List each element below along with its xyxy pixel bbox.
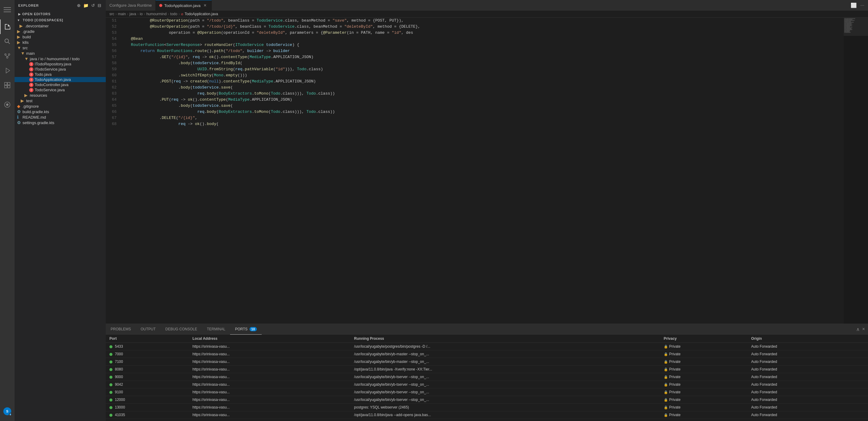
- svg-rect-11: [5, 82, 7, 85]
- git-lens-button[interactable]: [0, 97, 14, 112]
- collapse-all-icon[interactable]: ⊟: [97, 2, 102, 8]
- port-status-dot: [110, 376, 113, 379]
- sidebar-item-settings-gradle[interactable]: ⚙ settings.gradle.kts: [14, 120, 106, 125]
- source-control-button[interactable]: [0, 49, 14, 63]
- sidebar-item-gradle[interactable]: ▶ .gradle: [14, 29, 106, 34]
- breadcrumb-src[interactable]: src: [110, 12, 114, 16]
- code-line-55: RouterFunction<ServerResponse> routeHand…: [122, 42, 838, 48]
- sidebar-item-main[interactable]: ▼ main: [14, 51, 106, 56]
- tab-todo-application[interactable]: TodoApplication.java ×: [156, 0, 212, 11]
- lock-icon: 🔒: [664, 360, 668, 364]
- sidebar-item-TodoApplication[interactable]: ! TodoApplication.java: [14, 77, 106, 82]
- privacy: 🔒Private: [660, 366, 748, 373]
- svg-rect-0: [4, 7, 11, 8]
- sidebar-item-src[interactable]: ▼ src: [14, 45, 106, 51]
- panel-tab-output[interactable]: OUTPUT: [136, 324, 160, 335]
- sidebar-header-icons: ⊕ 📁 ↺ ⊟: [76, 2, 102, 8]
- table-row[interactable]: 9100 https://srinivasa-vasu... /usr/loca…: [106, 389, 868, 396]
- sidebar-item-TodoService[interactable]: ! TodoService.java: [14, 87, 106, 92]
- breadcrumb-current-file[interactable]: TodoApplication.java: [184, 12, 218, 16]
- breadcrumb-java[interactable]: java: [129, 12, 136, 16]
- col-header-running-process: Running Process: [350, 335, 660, 343]
- file-tree: ▶ OPEN EDITORS ▼ TODO [CODESPACES] ▶ .de…: [14, 11, 106, 421]
- panel-tab-terminal[interactable]: TERMINAL: [202, 324, 230, 335]
- avatar-button[interactable]: S 1: [0, 404, 14, 419]
- table-row[interactable]: 41035 https://srinivasa-vasu... /opt/jav…: [106, 411, 868, 419]
- panel-tab-ports[interactable]: PORTS 10: [230, 324, 261, 335]
- split-editor-icon[interactable]: ⬜: [849, 2, 858, 9]
- sidebar-item-build[interactable]: ▶ build: [14, 34, 106, 39]
- error-badge: !: [29, 78, 33, 82]
- tab-label: PROBLEMS: [111, 327, 131, 331]
- new-folder-icon[interactable]: 📁: [83, 2, 89, 8]
- sidebar: EXPLORER ⊕ 📁 ↺ ⊟ ▶ OPEN EDITORS ▼ TODO […: [14, 0, 106, 421]
- tab-close-button[interactable]: ×: [203, 3, 208, 8]
- breadcrumb-humourmind[interactable]: humourmind: [146, 12, 166, 16]
- hamburger-menu-button[interactable]: [0, 2, 14, 17]
- close-panel-icon[interactable]: ×: [862, 326, 866, 333]
- extensions-button[interactable]: [0, 78, 14, 92]
- error-badge: !: [29, 62, 33, 66]
- more-actions-icon[interactable]: ···: [859, 2, 866, 9]
- local-address: https://srinivasa-vasu...: [189, 373, 350, 381]
- svg-point-6: [8, 54, 10, 55]
- search-button[interactable]: [0, 34, 14, 49]
- table-row[interactable]: 7000 https://srinivasa-vasu... /usr/loca…: [106, 350, 868, 358]
- folder-icon: ▶: [17, 29, 23, 34]
- sidebar-item-k8s[interactable]: ▶ k8s: [14, 39, 106, 45]
- sidebar-item-ITodoRepository[interactable]: ! ITodoRepository.java: [14, 61, 106, 66]
- breadcrumb: src › main › java › io › humourmind › to…: [106, 11, 868, 18]
- new-file-icon[interactable]: ⊕: [76, 2, 82, 8]
- origin: Auto Forwarded: [747, 366, 868, 373]
- local-address: https://srinivasa-vasu...: [189, 366, 350, 373]
- code-editor[interactable]: 51 52 53 54 55 56 57 58 59 60 61 62 63 6…: [106, 18, 844, 324]
- explorer-button[interactable]: [0, 20, 14, 34]
- sidebar-item-java-path[interactable]: ▼ java / io / humourmind / todo: [14, 56, 106, 61]
- sidebar-item-ITodoService[interactable]: ! ITodoService.java: [14, 66, 106, 72]
- col-header-origin: Origin: [747, 335, 868, 343]
- breadcrumb-todo[interactable]: todo: [170, 12, 177, 16]
- sidebar-item-test[interactable]: ▶ test: [14, 98, 106, 104]
- running-process: /usr/local/yugabyte/bin/yb-tserver --sto…: [350, 389, 660, 396]
- refresh-icon[interactable]: ↺: [91, 2, 96, 8]
- table-row[interactable]: 5433 https://srinivasa-vasu... /usr/loca…: [106, 343, 868, 350]
- tab-configure-java[interactable]: Configure Java Runtime: [106, 0, 156, 11]
- sidebar-item-resources[interactable]: ▶ resources: [14, 92, 106, 98]
- open-editors-section[interactable]: ▶ OPEN EDITORS: [14, 11, 106, 17]
- svg-point-7: [7, 57, 8, 58]
- svg-rect-13: [5, 85, 7, 88]
- tab-label: PORTS: [235, 327, 247, 331]
- panel-tab-problems[interactable]: PROBLEMS: [106, 324, 136, 335]
- sidebar-item-devcontainer[interactable]: ▶ .devcontainer: [14, 23, 106, 29]
- table-row[interactable]: 8080 https://srinivasa-vasu... /opt/java…: [106, 366, 868, 373]
- local-address: https://srinivasa-vasu...: [189, 396, 350, 404]
- col-header-privacy: Privacy: [660, 335, 748, 343]
- table-row[interactable]: 7100 https://srinivasa-vasu... /usr/loca…: [106, 358, 868, 366]
- table-row[interactable]: 9000 https://srinivasa-vasu... /usr/loca…: [106, 373, 868, 381]
- table-row[interactable]: 12000 https://srinivasa-vasu... /usr/loc…: [106, 396, 868, 404]
- breadcrumb-io[interactable]: io: [140, 12, 143, 16]
- table-row[interactable]: 13000 https://srinivasa-vasu... postgres…: [106, 404, 868, 411]
- local-address: https://srinivasa-vasu...: [189, 350, 350, 358]
- panel-tab-debug-console[interactable]: DEBUG CONSOLE: [160, 324, 202, 335]
- collapse-panel-icon[interactable]: ∧: [856, 326, 860, 333]
- run-debug-button[interactable]: [0, 63, 14, 78]
- svg-point-3: [5, 39, 8, 43]
- sidebar-item-gitignore[interactable]: ◆ .gitignore: [14, 104, 106, 109]
- ports-panel[interactable]: Port Local Address Running Process Priva…: [106, 335, 868, 421]
- sidebar-item-readme[interactable]: ℹ README.md: [14, 114, 106, 120]
- svg-line-4: [8, 42, 10, 44]
- workspace-section[interactable]: ▼ TODO [CODESPACES]: [14, 17, 106, 23]
- port-status-dot: [110, 368, 113, 371]
- breadcrumb-main[interactable]: main: [118, 12, 126, 16]
- sidebar-item-Todo[interactable]: ! Todo.java: [14, 72, 106, 77]
- privacy: 🔒Private: [660, 358, 748, 366]
- sidebar-item-TodoController[interactable]: ! TodoController.java: [14, 82, 106, 87]
- svg-rect-14: [8, 85, 10, 88]
- sidebar-item-build-gradle[interactable]: ⚙ build.gradle.kts: [14, 109, 106, 114]
- privacy: 🔒Private: [660, 373, 748, 381]
- port-status-dot: [110, 345, 113, 348]
- local-address: https://srinivasa-vasu...: [189, 404, 350, 411]
- origin: Auto Forwarded: [747, 396, 868, 404]
- table-row[interactable]: 9042 https://srinivasa-vasu... /usr/loca…: [106, 381, 868, 389]
